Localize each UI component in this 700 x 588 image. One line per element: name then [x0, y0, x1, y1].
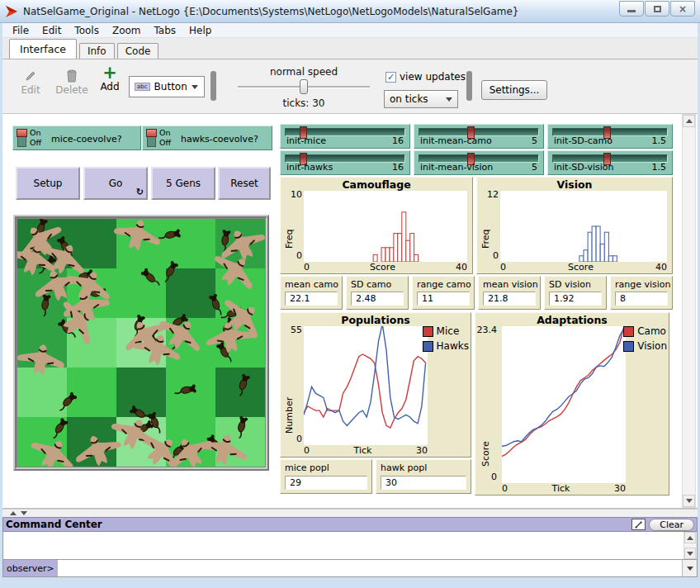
minimize-button[interactable] [619, 1, 644, 17]
speed-label: normal speed [234, 66, 374, 78]
command-center-header: Command Center Clear [2, 517, 698, 532]
tab-code[interactable]: Code [117, 43, 159, 59]
go-button[interactable]: Go ↻ [83, 167, 148, 200]
arrow-up-icon [687, 536, 693, 540]
monitor-sd-vision: SD vision 1.92 [544, 276, 607, 310]
restore-button[interactable] [645, 1, 669, 17]
close-icon: × [679, 4, 687, 14]
plus-icon: + [102, 66, 117, 79]
interface-vertical-scrollbar[interactable] [682, 114, 696, 508]
arrow-up-icon [686, 119, 693, 123]
diagonal-arrows-icon [634, 520, 643, 529]
plot-adaptations: Adaptations 23.4 Score 0 Camo Vision 0 T… [475, 312, 669, 496]
switch-hawks-coevolve[interactable]: OnOff hawks-coevolve? [142, 126, 272, 150]
close-button[interactable]: × [670, 1, 695, 17]
vision-legend-swatch [623, 341, 634, 352]
command-center-output[interactable] [2, 532, 698, 560]
menu-zoom[interactable]: Zoom [106, 25, 148, 36]
expand-command-center-button[interactable] [631, 519, 646, 530]
observer-prompt: observer> [3, 560, 58, 576]
plot-vision: Vision 12 Freq 0 0 Score 40 [476, 177, 673, 274]
switch-lever[interactable] [147, 130, 156, 147]
chevron-down-icon [192, 85, 198, 89]
monitor-range-camo: range camo 11 [412, 276, 475, 310]
title-bar: NatSelGame_Original - NetLogo {E:\Docume… [0, 0, 700, 23]
trash-icon [66, 69, 78, 83]
arrow-down-icon [687, 552, 693, 556]
window-title: NatSelGame_Original - NetLogo {E:\Docume… [23, 6, 614, 17]
vision-histogram [500, 191, 667, 262]
edit-widget-button[interactable]: Edit [14, 69, 47, 96]
netlogo-window: NatSelGame_Original - NetLogo {E:\Docume… [0, 0, 700, 588]
slider-init-mice[interactable]: init-mice16 [280, 124, 410, 149]
command-center-splitter[interactable] [2, 509, 698, 517]
menu-edit[interactable]: Edit [35, 25, 68, 36]
button-widget-icon: abc [135, 83, 150, 91]
view-updates-row: ✓ view updates [385, 71, 466, 83]
menu-tools[interactable]: Tools [68, 25, 106, 36]
slider-init-SD-camo[interactable]: init-SD-camo1.5 [547, 124, 673, 149]
monitor-hawk-popl: hawk popl 30 [376, 459, 471, 494]
switch-mice-coevolve[interactable]: OnOff mice-coevolve? [12, 126, 141, 150]
netlogo-logo-icon [5, 5, 18, 18]
plot-populations: Populations 55 Number 0 Mice Hawks 0 Tic… [280, 312, 471, 458]
plot-camouflage: Camouflage 10 Freq 0 0 Score 40 [280, 177, 473, 274]
world-view[interactable] [13, 215, 269, 471]
command-history-dropdown[interactable] [682, 560, 697, 576]
switch-knob[interactable] [17, 129, 27, 137]
menu-file[interactable]: File [6, 25, 35, 36]
interface-toolbar: Edit Delete + Add abc Button normal spee… [2, 59, 698, 114]
chevron-down-icon [446, 97, 452, 102]
command-input[interactable] [58, 560, 682, 576]
toolbar-separator [210, 71, 216, 101]
scroll-down-button[interactable] [684, 548, 696, 559]
mice-legend-swatch [423, 326, 433, 337]
tab-strip: Interface Info Code [2, 38, 698, 59]
add-widget-button[interactable]: + Add [95, 66, 125, 92]
five-gens-button[interactable]: 5 Gens [151, 167, 215, 200]
slider-init-mean-camo[interactable]: init-mean-camo5 [414, 124, 544, 149]
reset-button[interactable]: Reset [218, 167, 271, 200]
ticks-counter: ticks: 30 [234, 97, 374, 109]
toolbar-separator [466, 71, 472, 101]
delete-widget-button[interactable]: Delete [52, 69, 92, 96]
slider-init-hawks[interactable]: init-hawks16 [280, 150, 410, 175]
populations-line-chart [304, 326, 428, 445]
restore-icon [654, 6, 661, 12]
monitor-mean-camo: mean camo 22.1 [280, 276, 343, 310]
hawks-legend-swatch [423, 341, 433, 352]
tab-info[interactable]: Info [79, 43, 115, 59]
speed-slider[interactable] [238, 86, 370, 88]
scroll-up-button[interactable] [683, 115, 695, 127]
setup-button[interactable]: Setup [16, 167, 80, 200]
switch-lever[interactable] [17, 130, 26, 147]
slider-init-mean-vision[interactable]: init-mean-vision5 [414, 150, 544, 175]
chevron-down-icon [687, 567, 693, 571]
pencil-icon [24, 69, 37, 83]
populations-legend: Mice Hawks [423, 325, 469, 352]
widget-type-chooser[interactable]: abc Button [129, 76, 205, 97]
camo-legend-swatch [623, 326, 634, 337]
menu-bar: File Edit Tools Zoom Tabs Help [2, 23, 698, 38]
view-updates-checkbox[interactable]: ✓ [385, 72, 396, 83]
world-canvas [17, 219, 265, 467]
switch-knob[interactable] [146, 129, 157, 137]
output-scrollbar[interactable] [683, 532, 697, 559]
settings-button[interactable]: Settings... [481, 80, 547, 100]
scroll-down-button[interactable] [683, 495, 695, 507]
command-input-row: observer> [2, 560, 698, 577]
camouflage-histogram [304, 191, 467, 262]
tab-interface[interactable]: Interface [9, 39, 77, 59]
update-mode-dropdown[interactable]: on ticks [384, 90, 458, 108]
clear-button[interactable]: Clear [649, 519, 694, 531]
menu-help[interactable]: Help [182, 25, 218, 36]
monitor-mean-vision: mean vision 21.8 [478, 276, 541, 310]
scroll-up-button[interactable] [684, 532, 696, 543]
arrow-down-icon [21, 511, 27, 515]
menu-tabs[interactable]: Tabs [148, 25, 183, 36]
adaptations-line-chart [502, 326, 626, 483]
arrow-down-icon [686, 499, 693, 503]
slider-init-SD-vision[interactable]: init-SD-vision1.5 [547, 150, 673, 175]
speed-slider-thumb[interactable] [300, 79, 308, 94]
view-updates-label: view updates [400, 71, 466, 83]
